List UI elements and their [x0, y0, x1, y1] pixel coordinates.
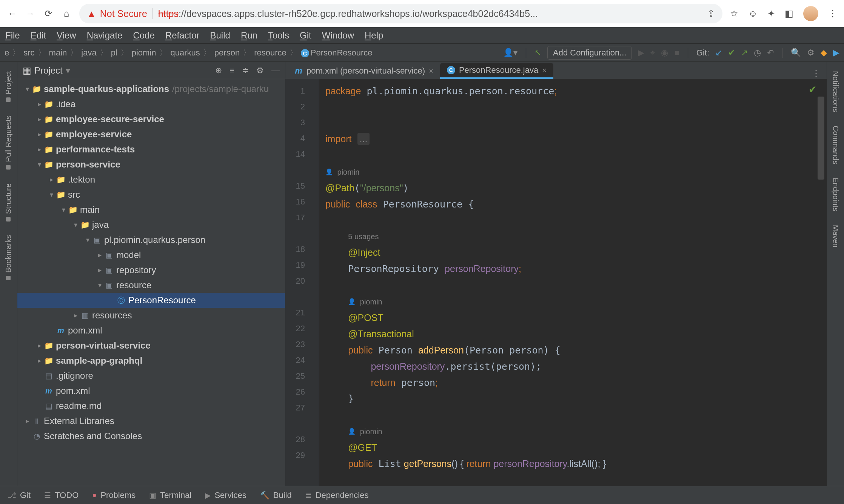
- git-pull-icon[interactable]: ↙: [715, 48, 722, 58]
- tree-item[interactable]: ▸📁performance-tests: [17, 142, 285, 157]
- share-icon[interactable]: ⇪: [707, 8, 715, 19]
- breadcrumb-item[interactable]: pl: [111, 48, 117, 58]
- tree-item[interactable]: ▸▥resources: [17, 308, 285, 323]
- tree-item[interactable]: ▾▣resource: [17, 278, 285, 293]
- tree-item[interactable]: ▾📁person-service: [17, 157, 285, 172]
- breadcrumb-item[interactable]: CPersonResource: [301, 48, 373, 58]
- bottom-services[interactable]: ▶Services: [205, 490, 246, 500]
- run-config-dropdown[interactable]: Add Configuration...: [547, 46, 632, 60]
- run-icon[interactable]: ▶: [638, 48, 644, 58]
- menu-tools[interactable]: Tools: [268, 30, 289, 41]
- tree-item[interactable]: ▾📁java: [17, 217, 285, 232]
- menu-window[interactable]: Window: [322, 30, 354, 41]
- code-content[interactable]: package pl.piomin.quarkus.person.resourc…: [319, 79, 827, 486]
- menu-view[interactable]: View: [57, 30, 76, 41]
- users-icon[interactable]: 👤▾: [503, 48, 517, 58]
- menu-edit[interactable]: Edit: [31, 30, 46, 41]
- tree-item[interactable]: mpom.xml: [17, 323, 285, 338]
- breadcrumb-item[interactable]: main: [49, 48, 67, 58]
- bottom-terminal[interactable]: ▣Terminal: [149, 490, 191, 500]
- project-title[interactable]: Project: [34, 65, 63, 76]
- chevron-down-icon[interactable]: ▾: [66, 65, 70, 76]
- rollback-icon[interactable]: ↶: [767, 48, 774, 58]
- tool-bookmarks[interactable]: Bookmarks: [4, 235, 13, 280]
- tree-item[interactable]: ▾📁main: [17, 202, 285, 217]
- breadcrumb-item[interactable]: src: [23, 48, 34, 58]
- profile-avatar[interactable]: [803, 6, 818, 21]
- tool-project[interactable]: Project: [4, 71, 13, 102]
- menu-navigate[interactable]: Navigate: [87, 30, 123, 41]
- tool-notifications[interactable]: Notifications: [831, 71, 840, 112]
- code-editor[interactable]: 123414151617181920212223242526272829 pac…: [285, 79, 827, 486]
- tree-item[interactable]: mpom.xml: [17, 383, 285, 398]
- tool-maven[interactable]: Maven: [831, 225, 840, 247]
- forward-icon[interactable]: →: [25, 8, 35, 19]
- menu-run[interactable]: Run: [241, 30, 257, 41]
- menu-code[interactable]: Code: [133, 30, 154, 41]
- kebab-icon[interactable]: ⋮: [828, 8, 837, 19]
- panel-icon[interactable]: ◧: [785, 8, 793, 19]
- reload-icon[interactable]: ⟳: [43, 8, 54, 19]
- menu-file[interactable]: File: [5, 30, 20, 41]
- extensions-icon[interactable]: ✦: [767, 8, 775, 19]
- breadcrumb-item[interactable]: java: [81, 48, 96, 58]
- scrollbar[interactable]: [818, 97, 824, 483]
- smile-icon[interactable]: ☺: [748, 8, 758, 19]
- minimize-icon[interactable]: —: [271, 66, 280, 75]
- tree-item[interactable]: ▸📁employee-secure-service: [17, 112, 285, 127]
- target-icon[interactable]: ⊕: [215, 66, 222, 75]
- expand-icon[interactable]: ≡: [229, 66, 234, 75]
- tree-item[interactable]: ▾📁src: [17, 187, 285, 202]
- tool-pull-requests[interactable]: Pull Requests: [4, 115, 13, 169]
- tree-item[interactable]: ▾📁sample-quarkus-applications/projects/s…: [17, 81, 285, 97]
- breadcrumb-item[interactable]: piomin: [132, 48, 156, 58]
- history-icon[interactable]: ◷: [754, 48, 761, 58]
- coverage-icon[interactable]: ◉: [661, 48, 668, 58]
- editor-tab[interactable]: mpom.xml (person-virtual-service)×: [288, 63, 440, 79]
- close-icon[interactable]: ×: [542, 66, 547, 75]
- git-commit-icon[interactable]: ✔: [728, 48, 735, 58]
- menu-refactor[interactable]: Refactor: [165, 30, 200, 41]
- close-icon[interactable]: ×: [429, 67, 433, 75]
- tool-structure[interactable]: Structure: [4, 183, 13, 221]
- plugin-icon[interactable]: ◆: [821, 48, 827, 58]
- home-icon[interactable]: ⌂: [61, 8, 72, 19]
- gear-icon[interactable]: ⚙: [256, 66, 264, 75]
- debug-icon[interactable]: ⌖: [650, 48, 655, 58]
- tree-item[interactable]: ▸📁.tekton: [17, 172, 285, 187]
- menu-help[interactable]: Help: [365, 30, 383, 41]
- tabs-more-icon[interactable]: ⋮: [812, 68, 821, 79]
- back-icon[interactable]: ←: [7, 8, 17, 19]
- tree-item[interactable]: ▸⦀External Libraries: [17, 413, 285, 429]
- breadcrumb-item[interactable]: person: [214, 48, 240, 58]
- tree-item[interactable]: ▾▣pl.piomin.quarkus.person: [17, 232, 285, 247]
- star-icon[interactable]: ☆: [730, 8, 738, 19]
- breadcrumb-item[interactable]: resource: [254, 48, 286, 58]
- tree-item[interactable]: ⒸPersonResource: [17, 293, 285, 308]
- hammer-icon[interactable]: ↖: [534, 48, 541, 58]
- collapse-icon[interactable]: ≑: [242, 66, 249, 75]
- bottom-problems[interactable]: ●Problems: [92, 490, 136, 500]
- tool-commands[interactable]: Commands: [831, 126, 840, 164]
- tree-item[interactable]: ▸📁employee-service: [17, 127, 285, 142]
- git-push-icon[interactable]: ↗: [741, 48, 748, 58]
- bottom-todo[interactable]: ☰TODO: [44, 490, 79, 500]
- inspection-ok-icon[interactable]: ✔: [809, 84, 817, 95]
- jetbrains-icon[interactable]: ▶: [833, 48, 839, 58]
- tree-item[interactable]: ▤readme.md: [17, 398, 285, 413]
- tool-endpoints[interactable]: Endpoints: [831, 178, 840, 211]
- breadcrumb-item[interactable]: quarkus: [171, 48, 200, 58]
- tree-item[interactable]: ▸📁person-virtual-service: [17, 338, 285, 353]
- tree-item[interactable]: ▸📁sample-app-graphql: [17, 353, 285, 368]
- bottom-dependencies[interactable]: ≣Dependencies: [305, 490, 369, 500]
- bottom-build[interactable]: 🔨Build: [260, 490, 292, 500]
- breadcrumb[interactable]: e〉src〉main〉java〉pl〉piomin〉quarkus〉person…: [5, 47, 500, 58]
- settings-icon[interactable]: ⚙: [807, 48, 815, 58]
- stop-icon[interactable]: ■: [674, 48, 679, 58]
- menu-git[interactable]: Git: [300, 30, 311, 41]
- project-tree[interactable]: ▾📁sample-quarkus-applications/projects/s…: [17, 79, 285, 486]
- tree-item[interactable]: ▸📁.idea: [17, 97, 285, 112]
- search-icon[interactable]: 🔍: [791, 48, 801, 58]
- tree-item[interactable]: ▤.gitignore: [17, 368, 285, 383]
- menu-build[interactable]: Build: [210, 30, 230, 41]
